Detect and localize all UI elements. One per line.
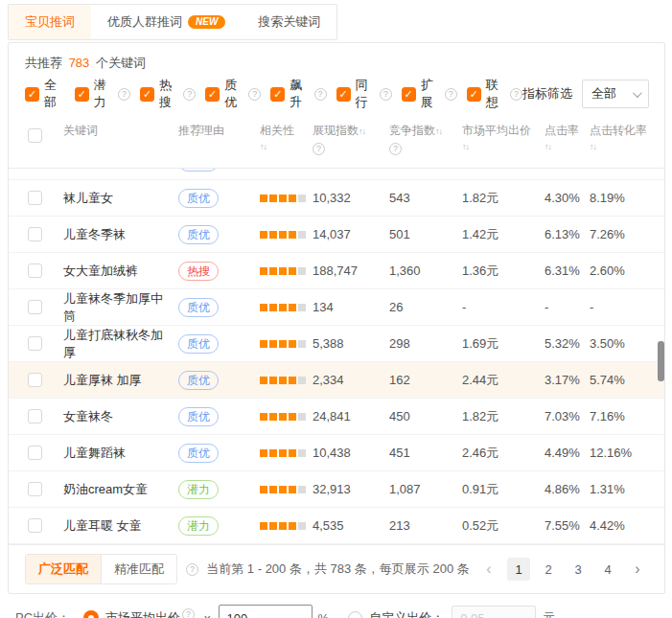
avg-price-cell: 1.82元 (462, 408, 545, 425)
tab[interactable]: 宝贝推词 (9, 5, 91, 39)
bid-multiplier-input[interactable] (219, 605, 313, 618)
table-row[interactable]: 儿童袜冬季加厚中筒 质优 134 26 - - - (9, 289, 664, 326)
table-row[interactable]: 儿童冬季袜 质优 14,037 501 1.42元 6.13% 7.26% (9, 217, 664, 253)
table-row[interactable]: 儿童耳暖 女童 潜力 4,535 213 0.52元 7.55% 4.42% (9, 508, 664, 544)
filter-checkbox-item[interactable]: ✓ 飙升 ? (270, 77, 326, 111)
help-icon[interactable]: ? (248, 88, 261, 101)
help-icon[interactable]: ? (118, 88, 130, 101)
row-checkbox[interactable] (28, 300, 42, 314)
broad-match-button[interactable]: 广泛匹配 (26, 555, 101, 584)
column-cvr[interactable]: 点击转化率 ↑↓ (590, 124, 664, 154)
select-all-checkbox[interactable] (28, 128, 42, 143)
column-avg-price[interactable]: 市场平均出价 ↑↓ (462, 124, 545, 154)
filter-checkbox-item[interactable]: ✓ 联想 ? (467, 77, 522, 111)
reason-badge: 质优 (178, 334, 219, 354)
sort-icon[interactable]: ↑↓ (435, 126, 442, 136)
help-icon[interactable]: ? (313, 143, 325, 155)
relevance-bars (260, 522, 306, 530)
page-button[interactable]: 4 (596, 558, 619, 581)
row-checkbox[interactable] (28, 263, 42, 278)
table-row[interactable]: 袜儿童女 质优 10,332 543 1.82元 4.30% 8.19% (9, 180, 664, 217)
filter-checkbox-item[interactable]: ✓ 同行 ? (336, 77, 392, 111)
keyword-cell: 儿童冬季袜 (63, 226, 178, 243)
checkbox-checked-icon[interactable]: ✓ (75, 87, 89, 102)
cvr-cell: 12.16% (590, 446, 664, 460)
row-checkbox[interactable] (28, 518, 42, 533)
table-row[interactable]: 儿童舞蹈袜 质优 10,438 451 2.46元 4.49% 12.16% (9, 435, 664, 471)
filter-label: 全部 (44, 77, 65, 111)
filter-checkbox-item[interactable]: ✓ 质优 ? (205, 77, 261, 111)
page-button[interactable]: 2 (537, 558, 560, 581)
impressions-cell: 2,334 (313, 373, 389, 387)
help-icon[interactable]: ? (183, 88, 196, 101)
checkbox-checked-icon[interactable]: ✓ (270, 87, 285, 102)
help-icon[interactable]: ? (186, 563, 198, 576)
row-checkbox[interactable] (28, 191, 42, 205)
table-row[interactable]: 儿童厚袜 加厚 质优 2,334 162 2.44元 3.17% 5.74% (9, 362, 664, 399)
sort-icon[interactable]: ↑↓ (359, 126, 365, 136)
ctr-cell: 5.32% (545, 336, 590, 351)
help-icon[interactable]: ? (389, 143, 402, 155)
checkbox-checked-icon[interactable]: ✓ (205, 87, 220, 102)
metric-filter: 指标筛选 全部 (522, 80, 649, 108)
prev-page-button[interactable]: ‹ (477, 558, 500, 581)
table-row[interactable]: 女大童加绒裤 热搜 188,747 1,360 1.36元 6.31% 2.60… (9, 253, 664, 289)
checkbox-checked-icon[interactable]: ✓ (140, 87, 154, 102)
sort-icon[interactable]: ↑↓ (590, 140, 659, 154)
checkbox-checked-icon[interactable]: ✓ (467, 87, 481, 102)
sort-icon[interactable]: ↑↓ (260, 140, 307, 154)
filter-label: 潜力 (94, 77, 113, 111)
impressions-cell: 134 (313, 300, 389, 314)
table-row[interactable]: 奶油cream女童 潜力 32,913 1,087 0.91元 4.86% 1.… (9, 471, 664, 508)
next-page-button[interactable]: › (626, 558, 649, 581)
sort-icon[interactable]: ↑↓ (545, 140, 584, 154)
checkbox-checked-icon[interactable]: ✓ (402, 87, 416, 102)
row-checkbox[interactable] (28, 227, 42, 241)
row-checkbox[interactable] (28, 373, 42, 387)
filter-checkbox-item[interactable]: ✓ 扩展 ? (402, 77, 457, 111)
page-button[interactable]: 1 (507, 558, 530, 581)
scrollbar-thumb[interactable] (658, 341, 664, 381)
avg-price-cell: 2.44元 (462, 372, 545, 389)
row-checkbox[interactable] (28, 446, 42, 460)
row-checkbox[interactable] (28, 409, 42, 423)
filter-checkbox-item[interactable]: ✓ 潜力 ? (75, 77, 130, 111)
row-checkbox[interactable] (28, 482, 42, 496)
multiply-sign: x (204, 611, 211, 618)
tab[interactable]: 优质人群推词 NEW (91, 5, 242, 39)
row-checkbox[interactable] (28, 336, 42, 351)
help-icon[interactable]: ? (380, 88, 392, 101)
table-row[interactable]: 袜女童纯棉 质优 29,903 459 1.64元 5.68% 8.15% (9, 169, 664, 180)
help-icon[interactable]: ? (314, 88, 327, 101)
help-icon[interactable]: ? (445, 88, 457, 101)
metric-filter-select[interactable]: 全部 (582, 80, 649, 108)
exact-match-button[interactable]: 精准匹配 (101, 555, 176, 584)
tab-label: 优质人群推词 (107, 13, 182, 31)
checkbox-checked-icon[interactable]: ✓ (336, 87, 351, 102)
help-icon[interactable]: ? (182, 608, 195, 618)
sort-icon[interactable]: ↑↓ (462, 140, 539, 154)
custom-bid-input[interactable] (452, 606, 536, 618)
relevance-bars (260, 340, 306, 348)
filter-checkbox-item[interactable]: ✓ 全部 (25, 77, 65, 111)
table-row[interactable]: 儿童打底袜秋冬加厚 质优 5,388 298 1.69元 5.32% 3.50% (9, 326, 664, 362)
market-price-radio[interactable] (83, 610, 99, 618)
column-competition[interactable]: 竞争指数↑↓ ? (389, 124, 462, 155)
column-impressions[interactable]: 展现指数↑↓ ? (313, 124, 389, 155)
tab-bar: 宝贝推词 优质人群推词 NEW 搜索关键词 (8, 4, 337, 40)
competition-cell: 1,087 (389, 482, 462, 496)
help-icon[interactable]: ? (510, 88, 522, 101)
reason-badge: 质优 (178, 407, 219, 426)
filter-checkbox-item[interactable]: ✓ 热搜 ? (140, 77, 196, 111)
summary-line: 共推荐 783 个关键词 (25, 55, 664, 72)
filter-label: 飙升 (290, 77, 309, 111)
custom-price-radio[interactable] (348, 611, 362, 618)
cvr-cell: 2.60% (590, 263, 664, 278)
tab[interactable]: 搜索关键词 (242, 5, 336, 39)
page-button[interactable]: 3 (567, 558, 590, 581)
table-row[interactable]: 女童袜冬 质优 24,841 450 1.82元 7.03% 7.16% (9, 399, 664, 435)
checkbox-checked-icon[interactable]: ✓ (25, 87, 39, 102)
column-ctr[interactable]: 点击率 ↑↓ (545, 124, 590, 154)
relevance-bars (260, 413, 306, 421)
column-relevance[interactable]: 相关性 ↑↓ (260, 124, 313, 154)
